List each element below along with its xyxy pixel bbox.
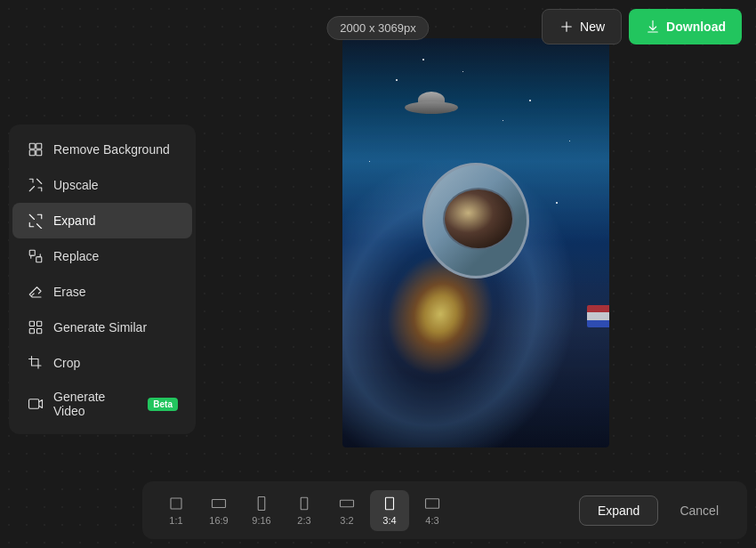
ratio-1-1-icon: [168, 496, 184, 512]
remove-bg-icon: [27, 141, 44, 158]
cancel-button[interactable]: Cancel: [665, 496, 733, 526]
ratio-4-3-icon: [424, 496, 440, 512]
svg-rect-17: [341, 500, 354, 507]
ratio-16-9-icon: [211, 496, 227, 512]
svg-rect-3: [36, 143, 42, 149]
sidebar-item-label: Erase: [53, 285, 86, 299]
svg-rect-9: [37, 321, 42, 326]
ratio-3-4-button[interactable]: 3:4: [370, 490, 409, 531]
ratio-label: 3:2: [340, 515, 353, 526]
ratio-4-3-button[interactable]: 4:3: [413, 490, 452, 531]
svg-rect-8: [29, 321, 34, 326]
new-button[interactable]: New: [542, 9, 622, 44]
download-icon: [645, 19, 661, 35]
sidebar-item-label: Generate Similar: [53, 320, 147, 334]
sidebar-item-label: Expand: [53, 214, 95, 228]
sidebar-item-label: Generate Video: [53, 390, 135, 418]
svg-rect-18: [386, 497, 394, 510]
ratio-label: 3:4: [382, 515, 396, 526]
sidebar-item-generate-similar[interactable]: Generate Similar: [12, 310, 192, 345]
download-button[interactable]: Download: [629, 9, 742, 44]
beta-badge: Beta: [148, 398, 178, 411]
sidebar-item-crop[interactable]: Crop: [12, 345, 192, 381]
replace-icon: [27, 247, 44, 265]
svg-rect-14: [213, 499, 226, 507]
generate-similar-icon: [27, 318, 44, 336]
ratio-1-1-button[interactable]: 1:1: [157, 490, 196, 531]
action-buttons: Expand Cancel: [579, 496, 733, 526]
ratio-label: 1:1: [169, 515, 182, 526]
sidebar-item-remove-background[interactable]: Remove Background: [12, 132, 192, 167]
header: 2000 x 3069px New Download: [0, 0, 756, 53]
svg-rect-6: [29, 250, 35, 255]
dimensions-label: 2000 x 3069px: [340, 21, 415, 35]
ratio-2-3-button[interactable]: 2:3: [285, 490, 324, 531]
sidebar-item-erase[interactable]: Erase: [12, 274, 192, 310]
astronaut-decoration: [342, 163, 609, 447]
bottom-toolbar: 1:1 16:9 9:16 2:3: [142, 481, 747, 539]
generate-video-icon: [27, 395, 44, 413]
sidebar-item-expand[interactable]: Expand: [12, 203, 192, 238]
ratio-3-4-icon: [382, 496, 398, 512]
sidebar: Remove Background Upscale Expand Replace…: [9, 125, 196, 434]
sidebar-item-label: Crop: [53, 356, 80, 370]
ratio-9-16-icon: [253, 496, 269, 512]
svg-rect-5: [36, 150, 42, 156]
sidebar-item-generate-video[interactable]: Generate Video Beta: [12, 381, 192, 427]
image-dimensions-badge: 2000 x 3069px: [326, 16, 429, 40]
svg-rect-2: [29, 143, 35, 149]
svg-rect-4: [29, 150, 35, 156]
sidebar-item-replace[interactable]: Replace: [12, 238, 192, 274]
sidebar-item-upscale[interactable]: Upscale: [12, 167, 192, 203]
erase-icon: [27, 283, 44, 301]
expand-button[interactable]: Expand: [579, 496, 658, 526]
image-container: [342, 38, 609, 447]
ratio-2-3-icon: [296, 496, 312, 512]
svg-rect-15: [258, 496, 265, 510]
astronaut-image: [342, 38, 609, 447]
ratio-label: 16:9: [209, 515, 228, 526]
upscale-icon: [27, 176, 44, 194]
canvas-area: [205, 9, 747, 477]
svg-rect-13: [171, 498, 181, 509]
ratio-label: 4:3: [425, 515, 438, 526]
ratio-3-2-icon: [339, 496, 355, 512]
svg-rect-10: [29, 329, 34, 334]
svg-rect-7: [36, 257, 42, 262]
ratio-3-2-button[interactable]: 3:2: [327, 490, 366, 531]
svg-rect-19: [426, 498, 439, 508]
ratio-label: 9:16: [252, 515, 270, 526]
ratio-label: 2:3: [297, 515, 310, 526]
ratio-16-9-button[interactable]: 16:9: [199, 490, 238, 531]
crop-icon: [27, 354, 44, 372]
sidebar-item-label: Upscale: [53, 178, 99, 192]
ratio-9-16-button[interactable]: 9:16: [242, 490, 281, 531]
svg-rect-12: [29, 399, 39, 409]
svg-rect-16: [301, 497, 308, 510]
ufo-decoration: [396, 92, 467, 114]
sidebar-item-label: Remove Background: [53, 142, 170, 157]
sidebar-item-label: Replace: [53, 249, 99, 263]
plus-icon: [559, 19, 575, 35]
expand-icon: [27, 212, 44, 230]
svg-rect-11: [37, 329, 42, 334]
